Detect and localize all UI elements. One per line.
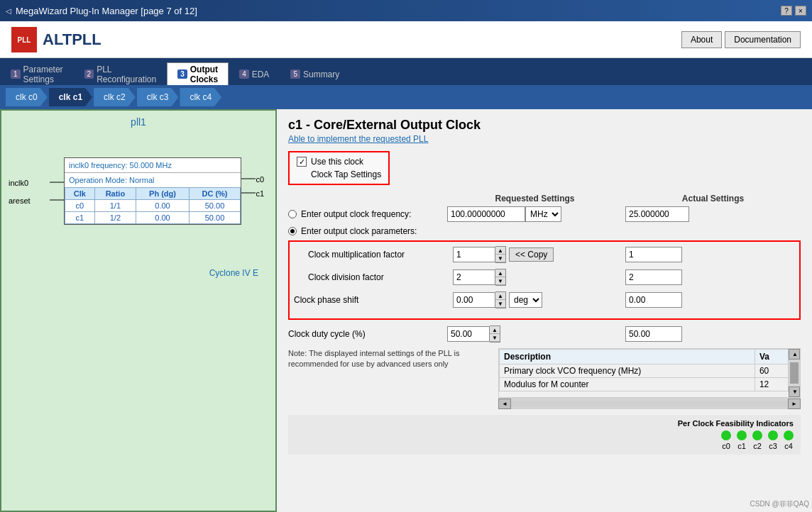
duty-input[interactable] [447,326,490,342]
use-clock-box: Use this clock Clock Tap Settings [288,151,390,185]
logo-icon: PLL [11,27,37,52]
pll-title: pll1 [7,116,270,128]
tab-label-2: PLLReconfiguration [97,65,156,84]
scroll-up-arrow[interactable]: ▲ [789,349,800,360]
mult-actual[interactable] [625,247,682,262]
phase-input[interactable] [453,292,495,308]
params-radio-label: Enter output clock parameters: [301,226,417,236]
areset-label: areset [9,196,31,205]
duty-down-btn[interactable]: ▼ [490,334,500,342]
params-radio[interactable] [288,227,297,235]
main-content: pll1 inclk0 areset c0 c1 inclk0 frequenc… [0,109,812,512]
feasibility-c3: c3 [768,430,778,450]
title-bar: ◁ MegaWizard Plug-In Manager [page 7 of … [0,0,812,21]
pll-table: Clk Ratio Ph (dg) DC (%) c0 1/1 0.00 50.… [65,187,241,224]
duty-spinner: ▲ ▼ [447,325,622,343]
tab-eda[interactable]: 4 EDA [229,62,280,85]
col-clk: Clk [65,188,95,200]
freq-radio[interactable] [288,210,297,218]
scroll-right-arrow[interactable]: ► [788,399,801,409]
col-ratio: Ratio [94,188,136,200]
desc-col-header: Description [500,350,755,364]
phase-spinner-btns: ▲ ▼ [495,291,506,308]
mult-spinner: ▲ ▼ << Copy [453,246,622,263]
use-clock-label: Use this clock [311,157,363,167]
clock-nav-c0[interactable]: clk c0 [6,88,48,106]
clock-nav-c4[interactable]: clk c4 [180,88,221,106]
tab-num-2: 2 [84,69,94,79]
freq-unit-select[interactable]: MHz kHz [525,206,561,222]
params-radio-row: Enter output clock parameters: [288,226,801,236]
description-table: Description Va Primary clock VCO frequen… [499,349,789,391]
phase-unit-select[interactable]: deg ps [509,292,542,308]
left-panel: pll1 inclk0 areset c0 c1 inclk0 frequenc… [0,109,277,512]
div-input[interactable] [453,269,495,285]
close-button[interactable]: × [795,6,806,16]
clock-tap-label: Clock Tap Settings [311,169,381,179]
able-link[interactable]: Able to implement the requested PLL [288,134,801,144]
scroll-thumb [790,362,799,384]
pll-diagram: inclk0 areset c0 c1 inclk0 frequency: 50… [7,136,270,292]
phase-label: Clock phase shift [294,295,450,305]
pll-info-line1: inclk0 frequency: 50.000 MHz [65,158,241,173]
col-dc: DC (%) [189,188,240,200]
red-border-section: Clock multiplication factor ▲ ▼ << Copy … [288,240,801,320]
tab-summary[interactable]: 5 Summary [280,62,350,85]
pll-box: inclk0 frequency: 50.000 MHz Operation M… [64,157,241,225]
clock-nav-c2[interactable]: clk c2 [94,88,136,106]
mult-input[interactable] [453,247,495,262]
mult-down-btn[interactable]: ▼ [495,255,505,262]
feasibility-dot-c4 [784,430,794,440]
feasibility-c0: c0 [721,430,731,450]
help-button[interactable]: ? [781,6,792,16]
title-bar-left: ◁ MegaWizard Plug-In Manager [page 7 of … [6,6,197,16]
use-clock-checkbox[interactable] [297,157,307,167]
about-button[interactable]: About [681,31,722,48]
phase-actual[interactable] [625,292,682,308]
scroll-left-arrow[interactable]: ◄ [498,399,511,409]
tab-pll-reconfig[interactable]: 2 PLLReconfiguration [74,62,168,85]
req-settings-header: Requested Settings [447,194,622,204]
feasibility-dot-c3 [768,430,778,440]
freq-input[interactable] [447,206,525,222]
div-label: Clock division factor [308,272,450,282]
scroll-bar-horiz [511,401,788,406]
div-actual[interactable] [625,269,682,285]
copy-button[interactable]: << Copy [509,247,554,262]
div-down-btn[interactable]: ▼ [495,277,505,285]
feasibility-c1: c1 [737,430,747,450]
table-scroll-bottom: ◄ ► [498,398,801,409]
clock-title: c1 - Core/External Output Clock [288,118,801,133]
freq-actual-input[interactable] [625,206,689,222]
phase-down-btn[interactable]: ▼ [495,300,505,308]
app-icon: ◁ [6,7,11,15]
tab-num-1: 1 [11,69,21,79]
table-row: c0 1/1 0.00 50.00 [65,200,241,212]
table-row: Modulus for M counter 12 [500,378,789,391]
col-ph: Ph (dg) [136,188,190,200]
div-up-btn[interactable]: ▲ [495,269,505,277]
duty-up-btn[interactable]: ▲ [490,326,500,334]
tab-parameter-settings[interactable]: 1 ParameterSettings [0,62,74,85]
phase-row: Clock phase shift ▲ ▼ deg ps [294,291,795,308]
documentation-button[interactable]: Documentation [725,31,801,48]
description-table-wrapper: Description Va Primary clock VCO frequen… [498,348,801,398]
note-text: Note: The displayed internal settings of… [288,348,487,409]
duty-actual[interactable] [625,326,682,342]
feasibility-c4: c4 [784,430,794,450]
clock-nav-c3[interactable]: clk c3 [137,88,179,106]
val-col-header: Va [755,350,788,364]
feasibility-indicators: c0 c1 c2 c3 c4 [295,430,794,450]
clock-nav-c1[interactable]: clk c1 [49,88,92,106]
tab-num-4: 4 [239,69,249,79]
tab-label-1: ParameterSettings [23,65,63,84]
tab-output-clocks[interactable]: 3 OutputClocks [167,62,229,85]
scroll-down-arrow[interactable]: ▼ [789,386,800,397]
pll-info-line2: Operation Mode: Normal [65,173,241,187]
inclk0-label: inclk0 [9,179,28,187]
table-scroll-right[interactable]: ▲ ▼ [789,349,800,397]
mult-up-btn[interactable]: ▲ [495,247,505,255]
table-row: Primary clock VCO frequency (MHz) 60 [500,364,789,378]
mult-spinner-btns: ▲ ▼ [495,246,506,263]
phase-up-btn[interactable]: ▲ [495,292,505,300]
